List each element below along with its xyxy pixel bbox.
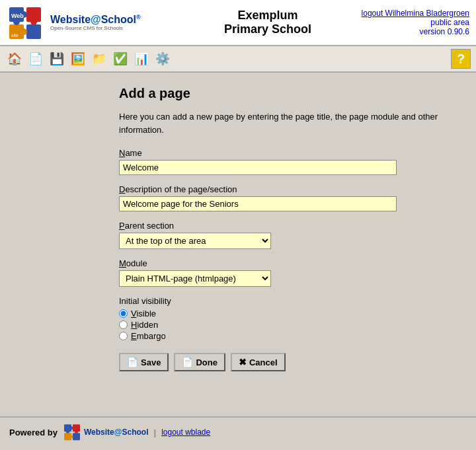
name-input[interactable] <box>119 160 397 175</box>
parent-select[interactable]: At the top of the area Section 1 Section… <box>119 233 271 249</box>
visibility-group: Initial visibility Visible Hidden Embarg… <box>119 296 456 341</box>
save-button-icon: 📄 <box>127 357 138 367</box>
header: Web site Website@School® Open-Source CMS… <box>0 0 476 46</box>
done-button[interactable]: 📄 Done <box>174 353 225 371</box>
svg-text:site: site <box>11 33 19 38</box>
logo-icon: Web site <box>7 5 46 41</box>
button-row: 📄 Save 📄 Done ✖ Cancel <box>119 353 456 371</box>
settings-icon[interactable] <box>153 50 172 68</box>
files-icon[interactable] <box>90 50 108 68</box>
radio-embargo: Embargo <box>119 331 456 341</box>
logout-link[interactable]: logout Wilhelmina Bladergroen <box>337 9 469 18</box>
footer-separator: | <box>153 428 156 437</box>
cancel-button[interactable]: ✖ Cancel <box>231 353 286 371</box>
svg-point-7 <box>13 19 20 25</box>
svg-point-6 <box>20 28 27 35</box>
radio-hidden-input[interactable] <box>119 320 128 329</box>
svg-point-16 <box>69 435 73 438</box>
footer-logo-icon <box>63 423 83 441</box>
check-icon[interactable] <box>111 50 130 68</box>
footer-logo-text: Website@School <box>84 428 149 437</box>
footer: Powered by Website@School | logout wblad… <box>0 416 476 447</box>
description-field-group: Description of the page/section <box>119 184 456 211</box>
description-label: Description of the page/section <box>119 184 456 194</box>
radio-embargo-input[interactable] <box>119 332 128 340</box>
svg-rect-13 <box>73 433 80 440</box>
module-label: Module <box>119 258 456 268</box>
module-field-group: Module Plain HTML-page (htmlpage) News m… <box>119 258 456 287</box>
save-button[interactable]: 📄 Save <box>119 353 169 371</box>
description-input[interactable] <box>119 196 397 211</box>
save-icon[interactable] <box>48 50 66 68</box>
radio-visible: Visible <box>119 309 456 319</box>
footer-logo: Website@School <box>63 423 149 441</box>
svg-point-15 <box>75 430 78 433</box>
radio-hidden: Hidden <box>119 320 456 330</box>
chart-icon[interactable] <box>132 50 151 68</box>
home-icon[interactable] <box>5 50 24 68</box>
name-field-group: Name <box>119 148 456 175</box>
help-icon[interactable]: ? <box>451 49 471 69</box>
svg-point-5 <box>30 19 37 25</box>
parent-section-group: Parent section At the top of the area Se… <box>119 221 456 249</box>
radio-visible-input[interactable] <box>119 309 128 318</box>
image-icon[interactable] <box>69 50 87 68</box>
logo-text: Website@School® Open-Source CMS for Scho… <box>50 14 141 32</box>
done-button-label: Done <box>196 357 218 367</box>
page-title: Add a page <box>119 86 456 101</box>
page-description: Here you can add a new page by entering … <box>119 110 450 136</box>
toolbar: ? <box>0 46 476 73</box>
cancel-button-icon: ✖ <box>239 357 247 367</box>
svg-rect-3 <box>26 24 41 39</box>
parent-label: Parent section <box>119 221 456 231</box>
radio-embargo-label: Embargo <box>131 331 166 341</box>
header-user-info: logout Wilhelmina Bladergroen public are… <box>337 9 469 36</box>
done-button-icon: 📄 <box>182 357 193 367</box>
page-icon[interactable] <box>26 50 45 68</box>
main-content: Add a page Here you can add a new page b… <box>0 73 476 416</box>
powered-by-text: Powered by <box>9 428 58 437</box>
name-label: Name <box>119 148 456 158</box>
save-button-label: Save <box>141 357 161 367</box>
logo-area: Web site Website@School® Open-Source CMS… <box>7 5 198 41</box>
svg-point-17 <box>66 430 69 433</box>
visibility-label: Initial visibility <box>119 296 456 306</box>
radio-hidden-label: Hidden <box>131 320 158 330</box>
svg-point-14 <box>69 426 73 430</box>
site-title: Exemplum Primary School <box>198 9 337 36</box>
radio-visible-label: Visible <box>131 309 156 319</box>
module-select[interactable]: Plain HTML-page (htmlpage) News module D… <box>119 270 271 287</box>
svg-text:Web: Web <box>11 13 24 19</box>
cancel-button-label: Cancel <box>249 357 278 367</box>
footer-logout-link[interactable]: logout wblade <box>161 428 210 437</box>
